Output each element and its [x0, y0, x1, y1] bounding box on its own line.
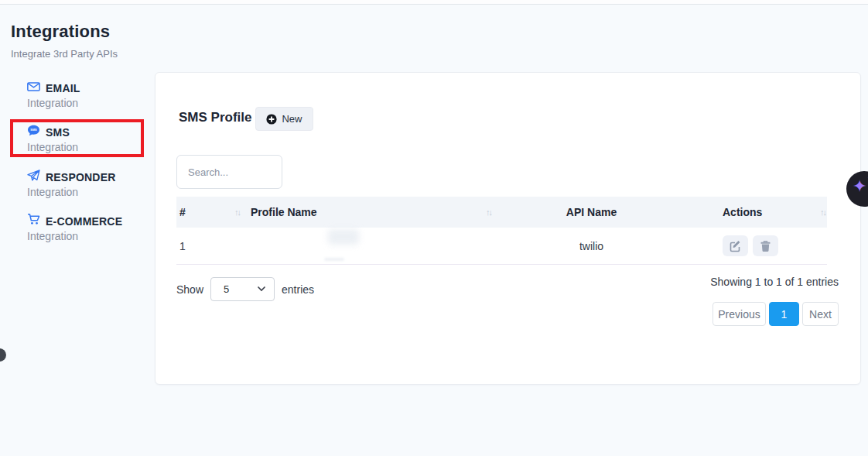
cell-index: 1: [176, 240, 244, 252]
sms-profile-card: SMS Profile New # ↑↓ Profile Name ↑↓ API…: [155, 72, 861, 385]
table-info: Showing 1 to 1 of 1 entries: [710, 276, 839, 288]
sidebar-item-label: RESPONDER: [46, 171, 115, 183]
top-divider: [0, 0, 868, 5]
sidebar-item-responder[interactable]: RESPONDER Integration: [27, 170, 151, 198]
new-button-label: New: [282, 113, 302, 125]
sidebar-item-label: SMS: [46, 126, 70, 139]
pagination: Previous 1 Next: [713, 302, 839, 326]
sort-icon[interactable]: ↑↓: [234, 207, 240, 217]
page-length-select[interactable]: 5: [210, 277, 275, 301]
page-subtitle: Integrate 3rd Party APIs: [11, 48, 118, 60]
entries-label: entries: [282, 283, 314, 296]
sidebar-item-sublabel: Integration: [27, 186, 151, 198]
sidebar-item-sublabel: Integration: [27, 230, 151, 242]
table-row: 1 twilio: [176, 228, 827, 265]
redacted-profile-name-line: [324, 258, 344, 261]
chevron-down-icon: [257, 286, 266, 292]
pagination-current-page[interactable]: 1: [769, 302, 799, 326]
page-length-value: 5: [211, 283, 229, 295]
page-length-control: Show 5 entries: [176, 277, 314, 301]
svg-text:SMS: SMS: [30, 129, 37, 132]
column-header-actions[interactable]: Actions ↑↓: [687, 206, 827, 218]
plus-circle-icon: [266, 114, 277, 125]
integrations-page: Integrations Integrate 3rd Party APIs EM…: [0, 0, 868, 456]
paper-plane-icon: [27, 170, 40, 184]
new-button[interactable]: New: [255, 107, 313, 131]
sort-icon[interactable]: ↑↓: [486, 207, 491, 217]
edit-icon: [730, 240, 742, 252]
shopping-cart-icon: [27, 214, 40, 228]
show-label: Show: [176, 283, 203, 296]
sidebar-item-email[interactable]: EMAIL Integration: [27, 81, 151, 109]
pagination-previous-button[interactable]: Previous: [713, 302, 766, 326]
redacted-profile-name: [328, 229, 359, 245]
sidebar-item-sublabel: Integration: [27, 141, 151, 153]
sidebar-item-ecommerce[interactable]: E-COMMERCE Integration: [27, 214, 151, 242]
column-header-profile-name[interactable]: Profile Name ↑↓: [244, 206, 496, 218]
column-header-api-name[interactable]: API Name: [496, 206, 687, 218]
edge-widget-handle[interactable]: [0, 348, 6, 362]
cell-api-name: twilio: [496, 240, 687, 252]
trash-icon: [760, 240, 771, 252]
cell-actions: [687, 235, 827, 256]
envelope-icon: [27, 81, 40, 95]
sidebar-item-label: EMAIL: [46, 82, 80, 94]
sms-chat-icon: SMS: [27, 125, 40, 139]
search-input[interactable]: [176, 155, 282, 189]
pagination-next-button[interactable]: Next: [802, 302, 839, 326]
page-title: Integrations: [11, 22, 110, 42]
delete-button[interactable]: [753, 235, 778, 256]
card-heading: SMS Profile: [179, 110, 251, 125]
sms-profile-table: # ↑↓ Profile Name ↑↓ API Name Actions ↑↓…: [176, 197, 827, 265]
edit-button[interactable]: [723, 235, 748, 256]
sort-icon[interactable]: ↑↓: [820, 207, 825, 217]
table-header-row: # ↑↓ Profile Name ↑↓ API Name Actions ↑↓: [176, 197, 827, 228]
sparkles-icon: ✦: [853, 177, 866, 197]
sidebar-item-label: E-COMMERCE: [46, 215, 122, 228]
sidebar-item-sublabel: Integration: [27, 97, 151, 109]
column-header-index[interactable]: # ↑↓: [176, 206, 244, 218]
sidebar-item-sms[interactable]: SMS SMS Integration: [27, 125, 151, 153]
